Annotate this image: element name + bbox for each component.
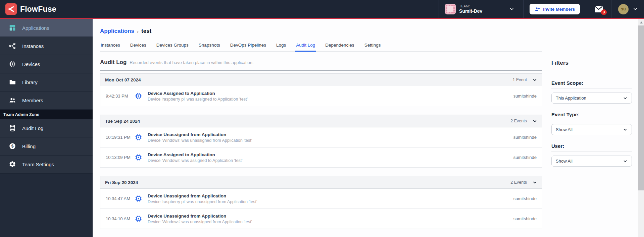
audit-event-row: 10:13:09 PM Device Assigned to Applicati… — [100, 147, 542, 168]
audit-event-row: 9:42:33 PM Device Assigned to Applicatio… — [100, 86, 542, 106]
chevron-down-icon — [623, 127, 628, 132]
instances-icon — [9, 42, 16, 50]
members-icon — [9, 97, 16, 104]
group-date: Fri Sep 20 2024 — [105, 180, 138, 185]
device-chip-icon — [135, 92, 142, 100]
user-plus-icon — [535, 6, 540, 12]
sidebar-item-billing[interactable]: $ Billing — [0, 137, 93, 156]
event-user: sumitshinde — [513, 196, 537, 201]
event-user: sumitshinde — [513, 216, 537, 221]
event-title: Device Assigned to Application — [148, 91, 513, 96]
sidebar-item-library[interactable]: Library — [0, 73, 93, 92]
notifications-button[interactable]: 3 — [586, 0, 611, 18]
user-avatar: su — [618, 4, 629, 14]
tab-bar: InstancesDevicesDevices GroupsSnapshotsD… — [100, 40, 542, 52]
invite-members-label: Invite Members — [543, 7, 575, 12]
audit-group-header[interactable]: Tue Sep 24 2024 2 Events — [100, 115, 542, 127]
svg-text:$: $ — [11, 144, 14, 149]
event-user: sumitshinde — [513, 94, 537, 99]
group-rows: 10:19:31 PM Device Unassigned from Appli… — [100, 127, 542, 168]
event-user: sumitshinde — [513, 135, 537, 140]
applications-icon — [9, 24, 16, 32]
tab-devices[interactable]: Devices — [130, 40, 147, 52]
header-divider — [100, 70, 542, 71]
filter-select[interactable]: This Application — [551, 93, 632, 104]
audit-group-header[interactable]: Fri Sep 20 2024 2 Events — [100, 176, 542, 189]
filters-title: Filters — [551, 60, 632, 66]
filter-label: Event Scope: — [551, 80, 632, 88]
notification-badge: 3 — [601, 9, 607, 15]
page-title: Audit Log — [100, 59, 127, 66]
sidebar-item-members[interactable]: Members — [0, 92, 93, 110]
scrollbar-thumb[interactable] — [638, 25, 644, 190]
sidebar-item-applications[interactable]: Applications — [0, 19, 93, 37]
filter-field-event-type: Event Type: Show All — [551, 112, 632, 135]
filter-field-user: User: Show All — [551, 143, 632, 167]
chevron-down-icon — [532, 180, 537, 185]
team-selector[interactable]: TEAM: Sumit-Dev — [439, 0, 523, 18]
device-chip-icon — [135, 215, 142, 223]
device-chip-icon — [135, 133, 142, 141]
audit-log-list: Mon Oct 07 2024 1 Event 9:42:33 PM Devic… — [100, 73, 542, 229]
tab-settings[interactable]: Settings — [364, 40, 382, 52]
sidebar-item-audit-log[interactable]: Audit Log — [0, 119, 93, 137]
audit-event-row: 10:34:10 AM Device Unassigned from Appli… — [100, 209, 542, 229]
chevron-down-icon — [623, 159, 628, 164]
breadcrumb-applications-link[interactable]: Applications — [100, 28, 134, 35]
brand: FlowFuse — [0, 3, 56, 15]
scroll-up-arrow-icon — [640, 21, 643, 23]
group-event-count: 2 Events — [510, 180, 527, 185]
event-time: 10:13:09 PM — [106, 155, 135, 160]
tab-dependencies[interactable]: Dependencies — [325, 40, 355, 52]
audit-group: Mon Oct 07 2024 1 Event 9:42:33 PM Devic… — [100, 73, 542, 106]
filter-select[interactable]: Show All — [551, 124, 632, 135]
top-navbar: FlowFuse TEAM: Sumit-Dev — [0, 0, 644, 18]
scrollbar-up-button[interactable] — [638, 19, 644, 25]
team-text: TEAM: Sumit-Dev — [459, 4, 482, 14]
tab-devops-pipelines[interactable]: DevOps Pipelines — [230, 40, 267, 52]
audit-event-row: 10:34:47 AM Device Unassigned from Appli… — [100, 189, 542, 209]
sidebar-item-devices[interactable]: Devices — [0, 55, 93, 73]
tab-snapshots[interactable]: Snapshots — [198, 40, 221, 52]
tab-audit-log[interactable]: Audit Log — [295, 40, 316, 52]
event-title: Device Unassigned from Application — [148, 132, 513, 137]
event-time: 10:34:10 AM — [106, 216, 135, 221]
event-title: Device Unassigned from Application — [148, 193, 513, 198]
chevron-down-icon — [623, 96, 628, 101]
tab-devices-groups[interactable]: Devices Groups — [156, 40, 189, 52]
tab-logs[interactable]: Logs — [276, 40, 287, 52]
sidebar-item-instances[interactable]: Instances — [0, 37, 93, 55]
audit-log-icon — [9, 124, 16, 132]
sidebar-main-nav: Applications Instances Devices Library M… — [0, 19, 93, 110]
vertical-scrollbar[interactable] — [638, 19, 644, 237]
audit-event-row: 10:19:31 PM Device Unassigned from Appli… — [100, 127, 542, 147]
chevron-down-icon — [633, 6, 638, 12]
page-subtitle: Recorded events that have taken place in… — [130, 60, 253, 65]
group-rows: 9:42:33 PM Device Assigned to Applicatio… — [100, 86, 542, 106]
content-column: Applications › test InstancesDevicesDevi… — [100, 19, 542, 237]
sidebar-admin-nav: Audit Log $ Billing Team Settings — [0, 119, 93, 174]
event-description: Device 'raspberry pi' was unassigned fro… — [148, 199, 513, 204]
sidebar-item-team-settings[interactable]: Team Settings — [0, 156, 93, 174]
flowfuse-logo-icon — [5, 3, 17, 15]
event-description: Device 'Windows' was unassigned from App… — [148, 138, 513, 143]
chevron-down-icon — [509, 6, 514, 12]
user-menu[interactable]: su — [611, 0, 644, 18]
group-event-count: 1 Event — [513, 77, 527, 82]
filter-label: User: — [551, 143, 632, 152]
event-title: Device Assigned to Application — [148, 152, 513, 157]
filter-fields: Event Scope: This Application Event Type… — [551, 80, 632, 167]
device-chip-icon — [135, 195, 142, 202]
tab-instances[interactable]: Instances — [100, 40, 121, 52]
filter-select[interactable]: Show All — [551, 156, 632, 167]
device-chip-icon — [135, 154, 142, 161]
brand-name: FlowFuse — [20, 5, 56, 14]
audit-group: Tue Sep 24 2024 2 Events 10:19:31 PM Dev… — [100, 115, 542, 168]
filter-field-event-scope: Event Scope: This Application — [551, 80, 632, 104]
invite-members-button[interactable]: Invite Members — [530, 4, 580, 14]
event-user: sumitshinde — [513, 155, 537, 160]
group-event-count: 2 Events — [510, 119, 527, 123]
audit-group-header[interactable]: Mon Oct 07 2024 1 Event — [100, 73, 542, 86]
library-icon — [9, 78, 16, 86]
main-area: Applications › test InstancesDevicesDevi… — [93, 19, 638, 237]
